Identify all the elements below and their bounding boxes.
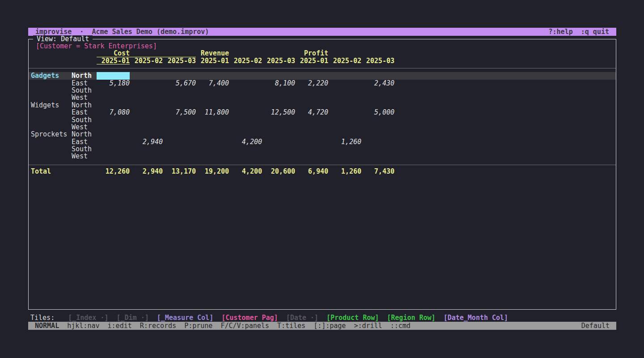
cell[interactable] <box>262 138 295 145</box>
cell[interactable] <box>229 102 262 109</box>
pivot-row[interactable]: South <box>29 116 616 124</box>
pivot-row[interactable]: West <box>29 153 616 160</box>
pivot-row[interactable]: South <box>29 87 616 94</box>
cell[interactable] <box>328 145 361 153</box>
cell[interactable] <box>295 138 328 145</box>
cell[interactable] <box>130 145 163 153</box>
cell[interactable] <box>262 94 295 101</box>
tile-customer[interactable]: [Customer Pag] <box>221 314 278 322</box>
cell[interactable] <box>295 153 328 160</box>
tile-product[interactable]: [Product Row] <box>326 314 379 322</box>
cell[interactable] <box>361 94 394 101</box>
cell[interactable] <box>196 72 229 79</box>
cell[interactable] <box>163 145 196 153</box>
cell[interactable] <box>328 94 361 101</box>
cell[interactable] <box>328 87 361 94</box>
cell[interactable] <box>262 116 295 124</box>
cell[interactable] <box>328 153 361 160</box>
cell[interactable]: 5,670 <box>163 80 196 87</box>
cell[interactable] <box>196 145 229 153</box>
cell[interactable] <box>361 72 394 79</box>
cell[interactable]: 4,200 <box>229 138 262 145</box>
cell[interactable] <box>196 131 229 138</box>
group-header-revenue[interactable]: Revenue <box>196 50 295 57</box>
tile-measure[interactable]: [_Measure Col] <box>157 314 213 322</box>
cell[interactable] <box>361 153 394 160</box>
cell[interactable]: 5,000 <box>361 109 394 116</box>
group-header-cost[interactable]: Cost <box>97 50 196 57</box>
cell[interactable] <box>328 80 361 87</box>
cell[interactable]: 5,180 <box>97 80 130 87</box>
cell[interactable]: 7,080 <box>97 109 130 116</box>
cell[interactable] <box>295 102 328 109</box>
cell[interactable] <box>229 80 262 87</box>
total-cell[interactable]: 1,260 <box>328 168 361 175</box>
column-header[interactable]: 2025-02 <box>229 57 262 64</box>
cell[interactable] <box>229 72 262 79</box>
column-header[interactable]: 2025-03 <box>262 57 295 64</box>
cell[interactable] <box>163 116 196 124</box>
total-cell[interactable]: 2,940 <box>130 168 163 175</box>
cell[interactable] <box>163 153 196 160</box>
cell[interactable] <box>163 102 196 109</box>
cell[interactable] <box>163 72 196 79</box>
cell[interactable] <box>163 131 196 138</box>
cell[interactable] <box>229 153 262 160</box>
total-cell[interactable]: 19,200 <box>196 168 229 175</box>
cell[interactable]: 2,940 <box>130 138 163 145</box>
cell[interactable]: 2,220 <box>295 80 328 87</box>
cell[interactable] <box>163 138 196 145</box>
cell[interactable]: 7,400 <box>196 80 229 87</box>
column-header[interactable]: 2025-03 <box>163 57 196 64</box>
cell[interactable] <box>229 124 262 131</box>
cell[interactable] <box>196 116 229 124</box>
cell[interactable] <box>229 87 262 94</box>
tile-region[interactable]: [Region Row] <box>387 314 435 322</box>
cell[interactable] <box>97 94 130 101</box>
cell[interactable] <box>130 72 163 79</box>
cell[interactable] <box>229 94 262 101</box>
pivot-row[interactable]: West <box>29 124 616 131</box>
cell[interactable]: 4,720 <box>295 109 328 116</box>
pivot-row[interactable]: East 2,940 4,200 1,260 <box>29 138 616 145</box>
column-header[interactable]: 2025-02 <box>130 57 163 64</box>
cell[interactable] <box>262 153 295 160</box>
cell[interactable]: 12,500 <box>262 109 295 116</box>
cell[interactable] <box>130 153 163 160</box>
cell[interactable] <box>328 116 361 124</box>
cell[interactable] <box>262 72 295 79</box>
cell[interactable] <box>295 94 328 101</box>
cell[interactable]: 2,430 <box>361 80 394 87</box>
column-header[interactable]: 2025-03 <box>361 57 394 64</box>
cell[interactable]: 1,260 <box>328 138 361 145</box>
cell[interactable]: 7,500 <box>163 109 196 116</box>
cell[interactable] <box>130 94 163 101</box>
pivot-row[interactable]: East 7,080 7,500 11,800 12,500 4,720 5,0… <box>29 109 616 116</box>
cell[interactable] <box>97 102 130 109</box>
cell[interactable] <box>97 116 130 124</box>
cell[interactable] <box>97 145 130 153</box>
cell[interactable] <box>196 124 229 131</box>
cell[interactable] <box>196 87 229 94</box>
cell[interactable] <box>97 138 130 145</box>
pivot-row[interactable]: South <box>29 145 616 153</box>
cell[interactable] <box>130 80 163 87</box>
cell[interactable] <box>97 124 130 131</box>
total-cell[interactable]: 13,170 <box>163 168 196 175</box>
cell[interactable] <box>262 145 295 153</box>
cell[interactable] <box>361 145 394 153</box>
cell[interactable] <box>295 145 328 153</box>
cell[interactable] <box>295 72 328 79</box>
total-cell[interactable]: 20,600 <box>262 168 295 175</box>
cell[interactable] <box>130 102 163 109</box>
total-cell[interactable]: 12,260 <box>97 168 130 175</box>
cell[interactable] <box>361 87 394 94</box>
cell[interactable] <box>295 124 328 131</box>
tile-date-month[interactable]: [Date_Month Col] <box>444 314 508 322</box>
cell[interactable] <box>328 102 361 109</box>
cell[interactable] <box>229 131 262 138</box>
cell[interactable] <box>361 131 394 138</box>
cell[interactable] <box>295 116 328 124</box>
cell[interactable] <box>328 72 361 79</box>
cell[interactable] <box>328 124 361 131</box>
